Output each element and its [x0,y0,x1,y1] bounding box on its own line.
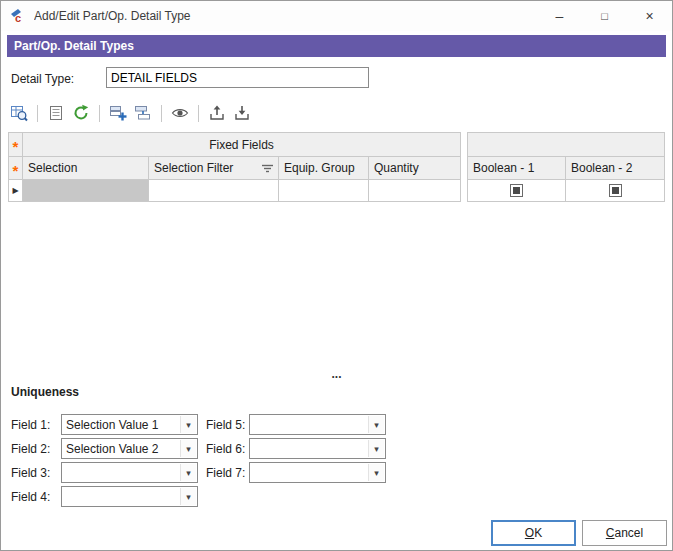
uniqueness-field-1: Field 1: Selection Value 1 ▾ [11,414,198,435]
field-1-label: Field 1: [11,418,61,432]
field-5-dropdown[interactable]: ▾ [249,414,386,435]
cell-boolean-2 [566,180,665,202]
cell-equip-group[interactable] [279,180,369,202]
add-row-icon[interactable] [109,104,127,122]
clone-row-icon[interactable] [134,104,152,122]
field-3-dropdown[interactable]: ▾ [61,462,198,483]
chevron-down-icon[interactable]: ▾ [180,416,196,433]
field-7-dropdown[interactable]: ▾ [249,462,386,483]
column-header-selection-filter[interactable]: Selection Filter [149,157,279,180]
column-header-label: Selection Filter [154,161,233,175]
fixed-fields-group-header: Fixed Fields [23,132,461,157]
boolean-2-checkbox[interactable] [609,184,622,197]
boolean-1-checkbox[interactable] [510,184,523,197]
detail-type-label: Detail Type: [11,72,74,86]
grid-data-row[interactable]: ▶ [8,180,665,202]
ok-button[interactable]: OK [491,520,576,546]
toolbar-separator [161,105,162,122]
grid-column-header-row: * Selection Selection Filter Equip. Grou… [8,157,665,180]
column-header-boolean-1[interactable]: Boolean - 1 [467,157,566,180]
field-1-dropdown[interactable]: Selection Value 1 ▾ [61,414,198,435]
cell-quantity[interactable] [369,180,461,202]
chevron-down-icon[interactable]: ▾ [180,488,196,505]
current-row-arrow-icon: ▶ [12,186,18,195]
chevron-down-icon[interactable]: ▾ [180,464,196,481]
section-banner: Part/Op. Detail Types [7,35,666,57]
uniqueness-field-4: Field 4: ▾ [11,486,198,507]
refresh-icon[interactable] [72,104,90,122]
cell-selection[interactable] [23,180,149,202]
minimize-button[interactable]: – [537,1,582,31]
field-1-value: Selection Value 1 [66,418,159,432]
toolbar-separator [198,105,199,122]
field-2-dropdown[interactable]: Selection Value 2 ▾ [61,438,198,459]
ok-button-label: OK [525,526,542,540]
uniqueness-title: Uniqueness [11,385,79,399]
ellipsis-indicator: ... [331,367,341,381]
close-button[interactable]: × [627,1,672,31]
column-header-quantity[interactable]: Quantity [369,157,461,180]
field-2-label: Field 2: [11,442,61,456]
field-2-value: Selection Value 2 [66,442,159,456]
chevron-down-icon[interactable]: ▾ [368,440,384,457]
add-edit-detail-type-dialog: c Add/Edit Part/Op. Detail Type – □ × Pa… [0,0,673,551]
maximize-button[interactable]: □ [582,1,627,31]
current-row-indicator-cell: ▶ [8,180,23,202]
field-5-label: Field 5: [206,418,249,432]
uniqueness-field-6: Field 6: ▾ [206,438,386,459]
app-icon: c [10,8,26,24]
uniqueness-field-7: Field 7: ▾ [206,462,386,483]
cell-selection-filter[interactable] [149,180,279,202]
show-hide-icon[interactable] [171,104,189,122]
svg-text:c: c [15,12,21,24]
detail-type-input[interactable] [106,67,369,88]
required-marker: * [13,143,19,151]
field-7-label: Field 7: [206,466,249,480]
section-banner-title: Part/Op. Detail Types [14,39,134,53]
grid-toolbar [10,102,251,124]
cell-boolean-1 [467,180,566,202]
export-icon[interactable] [208,104,226,122]
detail-fields-grid: * Fixed Fields * Selection Selection Fil… [8,132,665,202]
column-header-selection[interactable]: Selection [23,157,149,180]
field-3-label: Field 3: [11,466,61,480]
layout-icon[interactable] [47,104,65,122]
required-marker: * [13,167,19,175]
find-grid-icon[interactable] [10,104,28,122]
toolbar-separator [37,105,38,122]
cancel-button-label: Cancel [606,526,643,540]
grid-row-marker-cell: * [8,157,23,180]
grid-group-header-row: * Fixed Fields [8,132,665,157]
grid-row-marker-cell: * [8,132,23,157]
cancel-button[interactable]: Cancel [582,520,667,546]
uniqueness-field-3: Field 3: ▾ [11,462,198,483]
filter-icon[interactable] [262,164,273,173]
field-4-dropdown[interactable]: ▾ [61,486,198,507]
import-icon[interactable] [233,104,251,122]
field-4-label: Field 4: [11,490,61,504]
uniqueness-field-5: Field 5: ▾ [206,414,386,435]
chevron-down-icon[interactable]: ▾ [180,440,196,457]
field-6-dropdown[interactable]: ▾ [249,438,386,459]
column-header-equip-group[interactable]: Equip. Group [279,157,369,180]
column-header-boolean-2[interactable]: Boolean - 2 [566,157,665,180]
field-6-label: Field 6: [206,442,249,456]
uniqueness-field-2: Field 2: Selection Value 2 ▾ [11,438,198,459]
boolean-group-header [467,132,665,157]
toolbar-separator [99,105,100,122]
chevron-down-icon[interactable]: ▾ [368,464,384,481]
chevron-down-icon[interactable]: ▾ [368,416,384,433]
title-bar[interactable]: c Add/Edit Part/Op. Detail Type – □ × [1,1,672,31]
window-title: Add/Edit Part/Op. Detail Type [34,9,537,23]
